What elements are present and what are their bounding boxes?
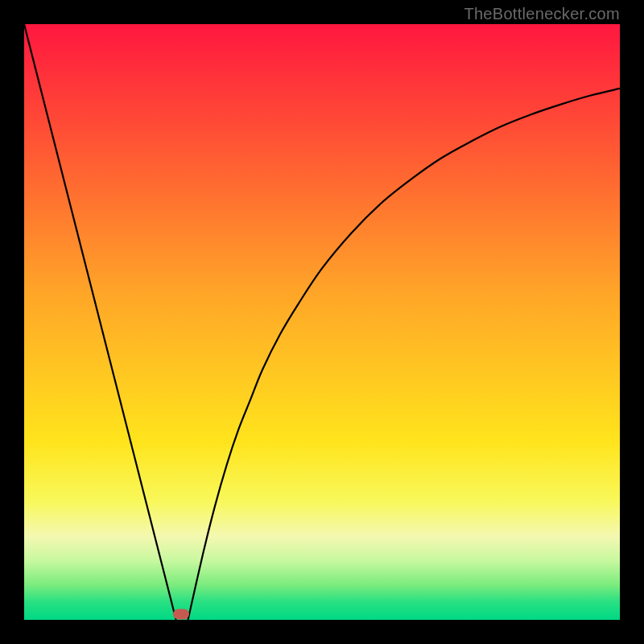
attribution-text: TheBottlenecker.com (464, 5, 620, 23)
chart-frame: TheBottlenecker.com (0, 0, 644, 644)
right-curve-path (188, 89, 621, 620)
plot-area (24, 24, 620, 620)
curve-layer (24, 24, 620, 620)
minimum-marker (173, 609, 189, 620)
left-line-path (24, 24, 176, 620)
